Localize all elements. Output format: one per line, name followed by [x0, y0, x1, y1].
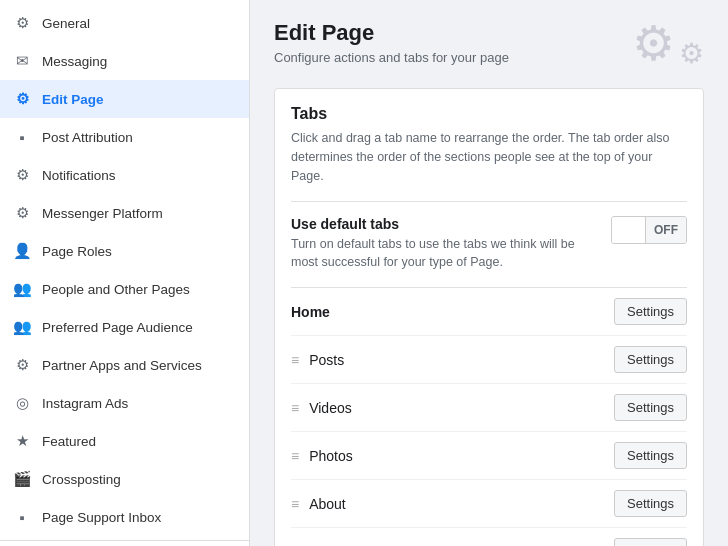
sidebar-item-label: Featured — [42, 434, 96, 449]
drag-handle-icon[interactable]: ≡ — [291, 448, 299, 464]
tabs-heading: Tabs — [291, 105, 687, 123]
tab-posts-label: Posts — [309, 352, 614, 368]
sidebar-item-label: Preferred Page Audience — [42, 320, 193, 335]
default-tabs-label: Use default tabs — [291, 216, 591, 232]
notifications-icon: ⚙ — [12, 165, 32, 185]
sidebar-item-label: Page Roles — [42, 244, 112, 259]
home-settings-button[interactable]: Settings — [614, 298, 687, 325]
featured-icon: ★ — [12, 431, 32, 451]
gear-decoration: ⚙ ⚙ — [632, 20, 704, 68]
sidebar-item-label: Edit Page — [42, 92, 104, 107]
sidebar-item-label: People and Other Pages — [42, 282, 190, 297]
tabs-description: Click and drag a tab name to rearrange t… — [291, 129, 687, 185]
people-icon: 👥 — [12, 279, 32, 299]
drag-handle-icon[interactable]: ≡ — [291, 352, 299, 368]
toggle-track — [612, 217, 646, 243]
default-tabs-desc: Turn on default tabs to use the tabs we … — [291, 236, 591, 271]
tab-home-label: Home — [291, 304, 614, 320]
sidebar-item-label: Messenger Platform — [42, 206, 163, 221]
tab-videos-label: Videos — [309, 400, 614, 416]
table-row: ≡ Likes Settings — [291, 528, 687, 546]
messaging-icon: ✉ — [12, 51, 32, 71]
sidebar-item-label: Notifications — [42, 168, 116, 183]
post-attribution-icon: ▪ — [12, 127, 32, 147]
page-header: Edit Page Configure actions and tabs for… — [274, 20, 704, 68]
partner-icon: ⚙ — [12, 355, 32, 375]
sidebar-item-label: Partner Apps and Services — [42, 358, 202, 373]
sidebar-item-messaging[interactable]: ✉ Messaging — [0, 42, 249, 80]
sidebar-item-label: General — [42, 16, 90, 31]
videos-settings-button[interactable]: Settings — [614, 394, 687, 421]
sidebar-item-preferred-page-audience[interactable]: 👥 Preferred Page Audience — [0, 308, 249, 346]
sidebar: ⚙ General ✉ Messaging ⚙ Edit Page ➠ Clic… — [0, 0, 250, 546]
sidebar-item-label: Instagram Ads — [42, 396, 128, 411]
default-tabs-row: Use default tabs Turn on default tabs to… — [291, 201, 687, 271]
main-content: Edit Page Configure actions and tabs for… — [250, 0, 728, 546]
sidebar-item-page-roles[interactable]: 👤 Page Roles — [0, 232, 249, 270]
gear-large-icon: ⚙ — [632, 20, 675, 68]
roles-icon: 👤 — [12, 241, 32, 261]
crossposting-icon: 🎬 — [12, 469, 32, 489]
sidebar-divider — [0, 540, 249, 541]
table-row: ≡ Photos Settings — [291, 432, 687, 480]
sidebar-item-instagram-ads[interactable]: ◎ Instagram Ads — [0, 384, 249, 422]
sidebar-item-label: Crossposting — [42, 472, 121, 487]
photos-settings-button[interactable]: Settings — [614, 442, 687, 469]
tab-list: Home Settings ≡ Posts Settings ≡ Videos … — [291, 287, 687, 546]
sidebar-item-messenger-platform[interactable]: ⚙ Messenger Platform — [0, 194, 249, 232]
page-subtitle: Configure actions and tabs for your page — [274, 50, 509, 65]
toggle-label: OFF — [646, 217, 686, 243]
gear-small-icon: ⚙ — [679, 40, 704, 68]
likes-settings-button[interactable]: Settings — [614, 538, 687, 546]
sidebar-item-label: Messaging — [42, 54, 107, 69]
sidebar-item-featured[interactable]: ★ Featured — [0, 422, 249, 460]
sidebar-item-people-other-pages[interactable]: 👥 People and Other Pages — [0, 270, 249, 308]
tab-photos-label: Photos — [309, 448, 614, 464]
sidebar-item-general[interactable]: ⚙ General — [0, 4, 249, 42]
page-title: Edit Page — [274, 20, 509, 46]
table-row: ≡ Posts Settings — [291, 336, 687, 384]
gear-icon: ⚙ — [12, 13, 32, 33]
editpage-icon: ⚙ — [12, 89, 32, 109]
sidebar-item-label: Page Support Inbox — [42, 510, 161, 525]
about-settings-button[interactable]: Settings — [614, 490, 687, 517]
sidebar-item-post-attribution[interactable]: ▪ Post Attribution — [0, 118, 249, 156]
drag-handle-icon[interactable]: ≡ — [291, 496, 299, 512]
tab-about-label: About — [309, 496, 614, 512]
posts-settings-button[interactable]: Settings — [614, 346, 687, 373]
messenger-icon: ⚙ — [12, 203, 32, 223]
sidebar-item-crossposting[interactable]: 🎬 Crossposting — [0, 460, 249, 498]
sidebar-item-notifications[interactable]: ⚙ Notifications — [0, 156, 249, 194]
sidebar-item-support-inbox[interactable]: ▪ Page Support Inbox — [0, 498, 249, 536]
support-icon: ▪ — [12, 507, 32, 527]
sidebar-item-edit-page[interactable]: ⚙ Edit Page ➠ Click — [0, 80, 249, 118]
default-tabs-toggle[interactable]: OFF — [611, 216, 687, 244]
table-row: ≡ Videos Settings — [291, 384, 687, 432]
instagram-icon: ◎ — [12, 393, 32, 413]
sidebar-item-label: Post Attribution — [42, 130, 133, 145]
drag-handle-icon[interactable]: ≡ — [291, 400, 299, 416]
audience-icon: 👥 — [12, 317, 32, 337]
table-row: ≡ About Settings — [291, 480, 687, 528]
tabs-section: Tabs Click and drag a tab name to rearra… — [274, 88, 704, 546]
table-row: Home Settings — [291, 288, 687, 336]
sidebar-item-partner-apps[interactable]: ⚙ Partner Apps and Services — [0, 346, 249, 384]
